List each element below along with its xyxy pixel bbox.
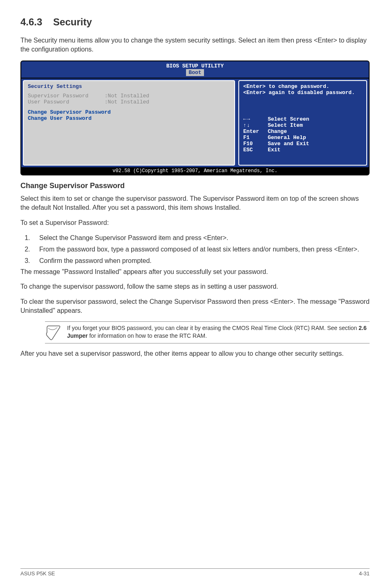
- paragraph-2: To set a Supervisor Password:: [20, 218, 370, 227]
- note-text: If you forget your BIOS password, you ca…: [67, 324, 370, 340]
- paragraph-1: Select this item to set or change the su…: [20, 194, 370, 213]
- up-down-arrows-icon: ↑↓: [243, 122, 268, 128]
- change-user-password-item[interactable]: Change User Password: [28, 115, 230, 121]
- nav-select-screen-label: Select Screen: [268, 116, 309, 122]
- esc-key: ESC: [243, 147, 268, 153]
- section-title: Security: [53, 16, 92, 27]
- bios-body: Security Settings Supervisor Password :N…: [21, 78, 369, 167]
- bios-right-panel: <Enter> to change password. <Enter> agai…: [238, 80, 367, 166]
- nav-change-label: Change: [268, 128, 287, 135]
- nav-exit-label: Exit: [268, 147, 280, 153]
- paragraph-5: To clear the supervisor password, select…: [20, 297, 370, 316]
- security-settings-heading: Security Settings: [28, 83, 230, 90]
- step-3: Confirm the password when prompted.: [32, 256, 370, 266]
- intro-paragraph: The Security menu items allow you to cha…: [20, 36, 370, 54]
- note-box: If you forget your BIOS password, you ca…: [45, 321, 370, 343]
- bios-title: BIOS SETUP UTILITY: [21, 61, 369, 69]
- nav-general-help: F1General Help: [243, 135, 362, 141]
- nav-exit: ESCExit: [243, 147, 362, 153]
- section-number: 4.6.3: [20, 16, 42, 27]
- section-heading: 4.6.3 Security: [20, 16, 370, 28]
- steps-list: Select the Change Supervisor Password it…: [32, 233, 370, 266]
- footer-left: ASUS P5K SE: [20, 570, 55, 577]
- nav-change: EnterChange: [243, 128, 362, 135]
- supervisor-password-row: Supervisor Password :Not Installed: [28, 93, 230, 99]
- user-password-row: User Password :Not Installed: [28, 99, 230, 105]
- bios-nav-keys: ←→Select Screen ↑↓Select Item EnterChang…: [243, 116, 362, 153]
- change-supervisor-password-heading: Change Supervisor Password: [20, 182, 370, 190]
- bios-tab-boot[interactable]: Boot: [186, 69, 204, 76]
- enter-key: Enter: [243, 128, 268, 135]
- supervisor-password-label: Supervisor Password: [28, 93, 101, 99]
- nav-select-screen: ←→Select Screen: [243, 116, 362, 122]
- user-password-label: User Password: [28, 99, 101, 105]
- user-password-value: :Not Installed: [105, 99, 149, 105]
- nav-save-exit-label: Save and Exit: [268, 141, 309, 147]
- nav-general-help-label: General Help: [268, 135, 306, 141]
- change-supervisor-password-item[interactable]: Change Supervisor Password: [28, 109, 230, 115]
- paragraph-4: To change the supervisor password, follo…: [20, 282, 370, 291]
- bios-copyright: v02.58 (C)Copyright 1985-2007, American …: [21, 167, 369, 175]
- nav-select-item-label: Select Item: [268, 122, 303, 128]
- f10-key: F10: [243, 141, 268, 147]
- note-icon: [45, 324, 61, 341]
- page-footer: ASUS P5K SE 4-31: [20, 568, 370, 577]
- step-1: Select the Change Supervisor Password it…: [32, 233, 370, 243]
- supervisor-password-value: :Not Installed: [105, 93, 149, 99]
- bios-left-panel: Security Settings Supervisor Password :N…: [23, 80, 235, 166]
- paragraph-6: After you have set a supervisor password…: [20, 349, 370, 358]
- bios-tab-row: Boot: [21, 69, 369, 78]
- left-right-arrows-icon: ←→: [243, 116, 268, 122]
- f1-key: F1: [243, 135, 268, 141]
- bios-window: BIOS SETUP UTILITY Boot Security Setting…: [20, 61, 370, 175]
- paragraph-3: The message "Password Installed" appears…: [20, 267, 370, 276]
- bios-help-text: <Enter> to change password. <Enter> agai…: [243, 83, 362, 96]
- nav-save-exit: F10Save and Exit: [243, 141, 362, 147]
- step-2: From the password box, type a password c…: [32, 245, 370, 254]
- nav-select-item: ↑↓Select Item: [243, 122, 362, 128]
- footer-right: 4-31: [359, 570, 370, 577]
